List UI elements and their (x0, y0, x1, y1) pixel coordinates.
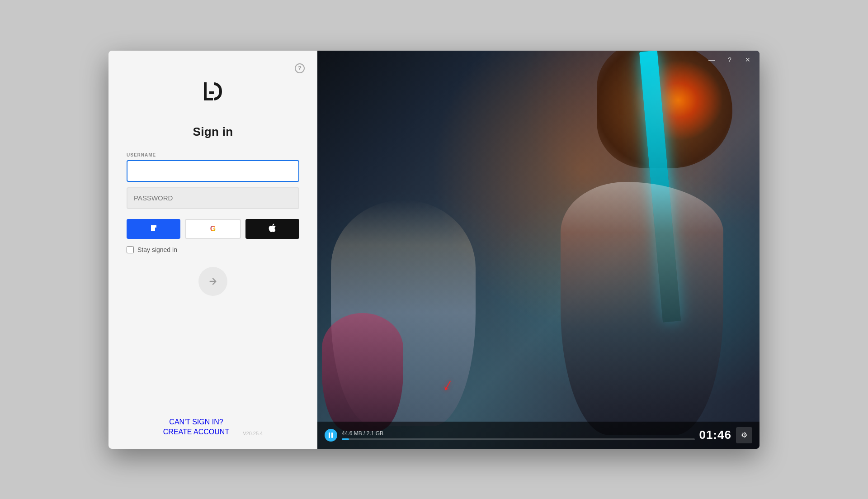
version-text: V20.25.4 (243, 431, 263, 436)
username-input[interactable] (127, 160, 299, 182)
next-button[interactable] (198, 267, 227, 296)
login-panel: ? Sign in USERNAME (108, 51, 317, 449)
minimize-button[interactable]: — (703, 52, 720, 68)
total-size: 2.1 GB (367, 430, 383, 437)
pause-button[interactable] (325, 429, 337, 442)
download-size-text: 44.6 MB / 2.1 GB (342, 430, 695, 437)
riot-icon (149, 223, 158, 234)
stay-signed-label[interactable]: Stay signed in (137, 246, 177, 253)
question-icon: ? (728, 56, 731, 63)
game-art-panel: — ? ✕ ↓ (317, 51, 760, 449)
bottom-links: CAN'T SIGN IN? CREATE ACCOUNT V20.25.4 (108, 418, 317, 436)
size-separator: / (363, 430, 365, 437)
download-info: 44.6 MB / 2.1 GB (342, 430, 695, 440)
stay-signed-row: Stay signed in (127, 246, 299, 253)
download-settings-button[interactable]: ⚙ (736, 427, 752, 443)
stay-signed-checkbox[interactable] (127, 246, 134, 253)
gear-icon: ⚙ (741, 431, 747, 439)
progress-fill (342, 438, 349, 440)
riot-sso-button[interactable] (127, 219, 180, 239)
svg-rect-0 (209, 91, 214, 94)
apple-sso-button[interactable] (245, 219, 299, 239)
google-icon: G (210, 225, 216, 233)
game-art-background: ↓ 44.6 MB / 2.1 GB (317, 51, 760, 449)
create-account-link[interactable]: CREATE ACCOUNT (163, 428, 229, 436)
male-character-shape (561, 182, 723, 435)
username-label: USERNAME (127, 152, 299, 157)
password-input[interactable] (127, 187, 299, 209)
apple-icon (268, 223, 276, 234)
sso-buttons: G (127, 219, 299, 239)
titlebar-help-button[interactable]: ? (722, 52, 738, 68)
arrow-right-icon (208, 276, 218, 286)
sign-in-title: Sign in (193, 125, 233, 139)
downloaded-amount: 44.6 MB (342, 430, 362, 437)
download-timer: 01:46 (699, 428, 732, 442)
username-group: USERNAME (127, 152, 299, 182)
app-logo (199, 78, 226, 107)
pause-icon (329, 432, 333, 438)
download-progress-bar: 44.6 MB / 2.1 GB 01:46 ⚙ (317, 422, 760, 449)
close-icon: ✕ (745, 56, 750, 63)
minimize-icon: — (708, 56, 715, 63)
google-sso-button[interactable]: G (185, 219, 241, 239)
small-character-shape (322, 313, 403, 431)
app-window: ? Sign in USERNAME (108, 51, 760, 449)
titlebar: — ? ✕ (317, 51, 760, 69)
close-button[interactable]: ✕ (740, 52, 756, 68)
password-group (127, 187, 299, 209)
help-icon[interactable]: ? (295, 63, 305, 73)
progress-track (342, 438, 695, 440)
cant-sign-in-link[interactable]: CAN'T SIGN IN? (169, 418, 223, 426)
